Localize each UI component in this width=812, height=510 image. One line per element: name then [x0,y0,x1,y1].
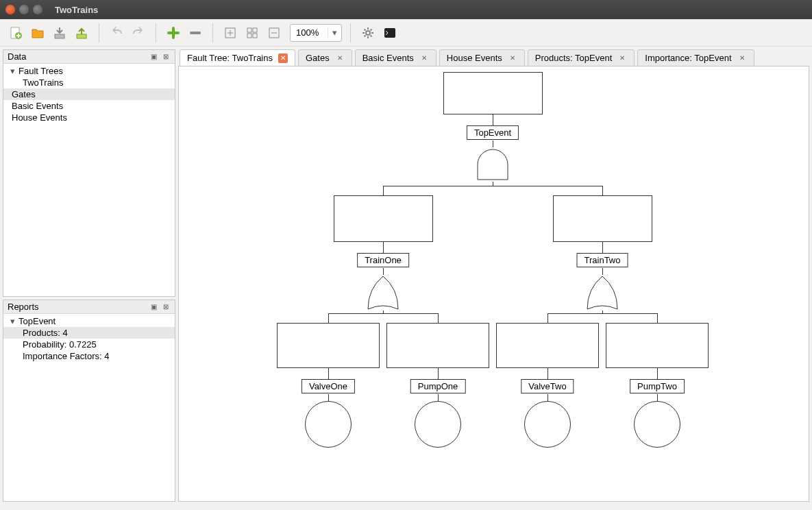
ft-connector [383,242,384,253]
data-panel: Data ▣ ⊠ ▾Fault Trees TwoTrains Gates Ba… [3,49,175,297]
zoom-in-button[interactable] [221,24,239,42]
main-toolbar: 100% ▾ [0,19,812,47]
editor-tabs: Fault Tree: TwoTrains✕ Gates✕ Basic Even… [178,49,809,66]
tab-close-icon[interactable]: ✕ [335,53,345,63]
export-button[interactable] [73,24,90,42]
zoom-out-button[interactable] [265,24,283,42]
ft-box-mid1[interactable] [553,195,652,242]
ft-connector [602,242,603,253]
ft-box-leaf3[interactable] [606,323,709,368]
ft-connector [438,394,439,401]
maximize-icon[interactable] [33,5,42,14]
ft-connector [328,313,438,314]
ft-connector [657,394,658,401]
tab-close-icon[interactable]: ✕ [508,53,517,63]
close-icon[interactable] [5,5,15,14]
ft-connector [548,313,548,323]
tab-fault-tree[interactable]: Fault Tree: TwoTrains✕ [180,49,295,66]
ft-box-leaf2[interactable] [496,323,599,368]
redo-button[interactable] [130,24,147,42]
ft-box-mid0[interactable] [334,195,433,242]
tree-item-topevent[interactable]: ▾TopEvent [3,315,175,327]
tab-label: House Events [447,53,502,63]
tree-label: House Events [12,112,67,123]
ft-label-mid1[interactable]: TrainTwo [577,253,628,267]
ft-event-leaf0[interactable] [305,401,352,448]
tree-item-importance[interactable]: Importance Factors: 4 [3,350,175,362]
ft-event-leaf1[interactable] [415,401,461,448]
data-panel-header: Data ▣ ⊠ [3,50,175,64]
svg-rect-2 [55,34,64,38]
tab-close-icon[interactable]: ✕ [278,53,288,63]
window-title: TwoTrains [55,5,98,15]
tab-gates[interactable]: Gates✕ [298,49,352,66]
tab-close-icon[interactable]: ✕ [737,53,747,63]
tab-house-events[interactable]: House Events✕ [439,49,525,66]
tree-label: Fault Trees [19,66,63,76]
reports-panel: Reports ▣ ⊠ ▾TopEvent Products: 4 Probab… [3,300,175,502]
new-file-button[interactable] [7,24,25,42]
tab-importance[interactable]: Importance: TopEvent✕ [637,49,754,66]
reports-panel-header: Reports ▣ ⊠ [3,300,175,314]
ft-label-leaf3[interactable]: PumpTwo [630,379,685,393]
tree-item-gates[interactable]: Gates [3,88,175,100]
window-titlebar: TwoTrains [0,0,812,19]
ft-connector [328,394,329,401]
run-button[interactable] [381,24,399,42]
undo-button[interactable] [108,24,125,42]
zoom-fit-button[interactable] [243,24,261,42]
tree-item-products[interactable]: Products: 4 [3,327,175,339]
tree-label: Probability: 0.7225 [23,339,97,350]
ft-connector [548,368,548,379]
ft-connector [383,186,384,195]
ft-connector [602,186,603,195]
import-button[interactable] [51,24,69,42]
panel-title: Data [8,51,26,62]
ft-label-leaf2[interactable]: ValveTwo [521,379,574,393]
or-gate-icon[interactable] [366,275,400,311]
editor-area: Fault Tree: TwoTrains✕ Gates✕ Basic Even… [178,47,812,505]
and-gate-icon[interactable] [476,147,510,182]
settings-button[interactable] [359,24,377,42]
fault-tree-canvas[interactable]: TopEventTrainOneTrainTwoValveOnePumpOneV… [178,66,809,502]
tree-item-probability[interactable]: Probability: 0.7225 [3,339,175,350]
tab-label: Gates [306,53,330,63]
ft-label-top[interactable]: TopEvent [467,125,519,140]
ft-connector [383,186,602,186]
open-file-button[interactable] [29,24,47,42]
tab-products[interactable]: Products: TopEvent✕ [528,49,635,66]
ft-event-leaf2[interactable] [524,401,571,448]
tab-basic-events[interactable]: Basic Events✕ [355,49,436,66]
data-tree: ▾Fault Trees TwoTrains Gates Basic Event… [3,64,175,296]
tree-item-basic-events[interactable]: Basic Events [3,100,175,112]
panel-close-icon[interactable]: ⊠ [161,52,171,62]
zoom-select[interactable]: 100% ▾ [290,24,342,42]
ft-label-mid0[interactable]: TrainOne [357,253,409,267]
zoom-value: 100% [296,27,323,38]
panel-detach-icon[interactable]: ▣ [149,52,158,62]
minimize-icon[interactable] [19,5,29,14]
panel-close-icon[interactable]: ⊠ [161,302,171,311]
remove-button[interactable] [186,24,204,42]
toolbar-separator [156,23,156,42]
tree-label: Importance Factors: 4 [23,351,109,361]
ft-connector [493,114,493,125]
ft-box-leaf0[interactable] [277,323,380,368]
tree-item-twotrains[interactable]: TwoTrains [3,77,175,88]
tree-item-house-events[interactable]: House Events [3,112,175,123]
or-gate-icon[interactable] [585,275,619,311]
ft-connector [328,313,329,323]
add-button[interactable] [164,24,182,42]
ft-event-leaf3[interactable] [634,401,680,448]
svg-rect-11 [384,28,395,38]
tab-close-icon[interactable]: ✕ [617,53,627,63]
tree-item-fault-trees[interactable]: ▾Fault Trees [3,65,175,77]
ft-box-leaf1[interactable] [386,323,489,368]
panel-detach-icon[interactable]: ▣ [149,302,158,311]
ft-box-top[interactable] [443,72,543,114]
tab-close-icon[interactable]: ✕ [419,53,429,63]
ft-connector [602,268,603,275]
ft-label-leaf1[interactable]: PumpOne [410,379,466,393]
panel-title: Reports [8,302,39,312]
ft-label-leaf0[interactable]: ValveOne [302,379,355,393]
